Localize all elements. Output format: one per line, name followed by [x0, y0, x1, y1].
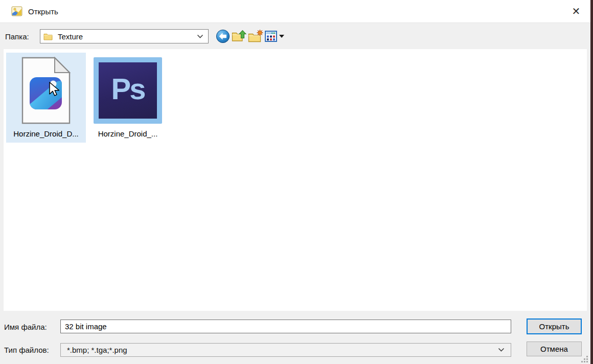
filename-input[interactable] [60, 320, 511, 333]
view-menu-button[interactable] [264, 28, 285, 44]
new-folder-button[interactable] [247, 28, 264, 44]
close-icon: ✕ [572, 5, 581, 17]
filetype-value: *.bmp; *.tga;*.png [67, 346, 498, 354]
file-name-label: Horzine_Droid_... [98, 129, 158, 138]
file-item-photoshop[interactable]: Ps Horzine_Droid_... [92, 53, 164, 143]
up-one-level-button[interactable] [231, 28, 247, 44]
toolbar: Папка: Texture [0, 24, 590, 49]
background-edge [590, 0, 593, 364]
folder-combobox[interactable]: Texture [40, 29, 209, 43]
folder-value: Texture [58, 32, 197, 41]
resize-grip[interactable] [581, 355, 589, 363]
open-dialog: Открыть ✕ Папка: Texture [0, 0, 590, 364]
view-grid-icon [265, 31, 277, 42]
file-list: Horzine_Droid_D... Ps Horzine_Droid_... [4, 49, 587, 311]
close-button[interactable]: ✕ [567, 3, 585, 19]
back-button[interactable] [215, 28, 231, 44]
open-button[interactable]: Открыть [527, 318, 582, 334]
folder-label: Папка: [5, 32, 40, 41]
chevron-down-icon [498, 348, 505, 352]
mouse-cursor-icon [49, 81, 62, 98]
filename-label: Имя файла: [4, 323, 47, 331]
ps-badge: Ps [111, 74, 145, 107]
chevron-down-icon [197, 34, 203, 39]
toolbar-buttons [215, 28, 285, 44]
new-folder-icon [248, 29, 264, 43]
filetype-combobox[interactable]: *.bmp; *.tga;*.png [60, 343, 511, 357]
file-item-image[interactable]: Horzine_Droid_D... [6, 53, 86, 143]
image-file-icon [21, 53, 71, 128]
folder-icon [43, 32, 53, 40]
title-bar: Открыть ✕ [0, 0, 590, 23]
filetype-label: Тип файлов: [4, 346, 49, 354]
file-name-label: Horzine_Droid_D... [13, 129, 79, 138]
folder-up-icon [232, 29, 247, 43]
photoshop-file-icon: Ps [94, 57, 162, 124]
dialog-title: Открыть [28, 7, 58, 16]
back-arrow-circle-icon [216, 29, 230, 43]
cancel-button[interactable]: Отмена [527, 342, 582, 356]
dropdown-caret-icon [279, 35, 284, 38]
app-icon [11, 6, 22, 17]
